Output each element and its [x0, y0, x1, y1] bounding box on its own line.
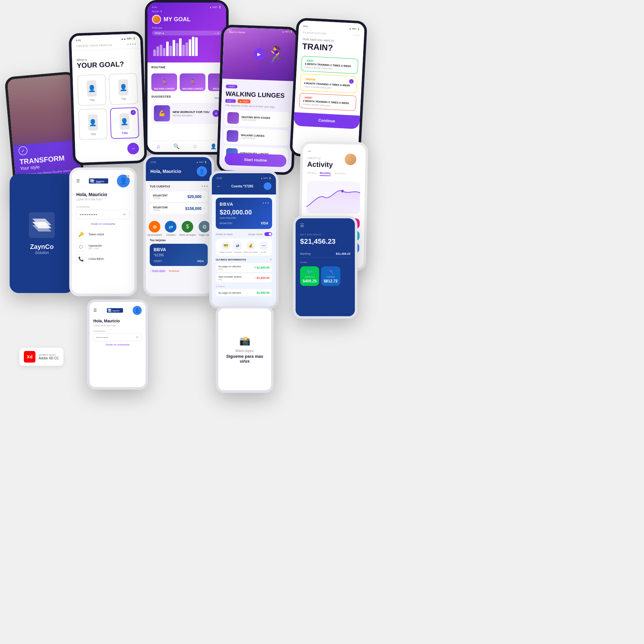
- movement-1[interactable]: Su pago en efectivo Hoy + $1,600.00: [216, 263, 272, 272]
- password-field[interactable]: •••••••••• 👁: [76, 210, 130, 219]
- eye-toggle-icon[interactable]: 👁: [123, 213, 126, 216]
- plan-option-hard[interactable]: HARD 2 MONTH TRAINING 5 TIMES A WEEK Fol…: [299, 93, 356, 111]
- withdraw-icon: 💰: [246, 241, 255, 250]
- weekly-tab[interactable]: Weekly: [307, 171, 317, 176]
- movement-3-row: Su pago en efectivo $1,600.00: [218, 291, 270, 294]
- plan-option-easy[interactable]: EASY 6 MONTH TRAINING 2 TIMES A WEEK Fol…: [301, 56, 358, 74]
- holiday-chip[interactable]: 🌂 HOLIDAY $812.72: [321, 266, 340, 286]
- netbal-screen: ☰ NET BALANCE $21,456.23 Banking $21,456…: [296, 218, 355, 316]
- menu-icon[interactable]: ☰: [300, 223, 350, 228]
- account-sub-2: *36264: [153, 209, 168, 211]
- card-title-4: Title: [122, 131, 128, 135]
- more-action[interactable]: ⋯ & más: [259, 241, 268, 253]
- phone-item[interactable]: 📞 Línea BBVA: [76, 254, 130, 263]
- goal-card-1[interactable]: 👤 Title: [77, 74, 106, 106]
- plan-option-medium[interactable]: MEDIUM ✓ 4 MONTH TRAINING 4 TIMES A WEEK…: [300, 73, 357, 93]
- movement-2[interactable]: Spei enviado azteca Hoy - $1,600.00: [216, 273, 272, 282]
- goals-section: Goals 🐦 LIFESTYLE $400.25 🌂 HOLIDAY $812…: [300, 261, 350, 286]
- cuenta-screen: 12:50 ▲ WiFi 🔋 ← Cuenta *37265 • • • BBV…: [212, 173, 276, 307]
- account-sub-1: *37265: [153, 197, 168, 199]
- qr-item[interactable]: ⬡ Operación QR - CoDi: [76, 242, 130, 251]
- back-button[interactable]: ‹ Back to Home: [227, 31, 245, 34]
- mov-filter[interactable]: ▼: [270, 258, 272, 261]
- weight-value: — |||: [214, 32, 219, 34]
- hamburger-icon[interactable]: ☰: [76, 179, 80, 183]
- more-action[interactable]: ⚙ Pagar más: [199, 221, 210, 236]
- phone-instagram: 📸 Maoo.lopez Sigueme para mas ui/ux: [216, 306, 274, 393]
- bar-13: [192, 37, 194, 56]
- start-routine-button[interactable]: Start routine: [224, 153, 287, 167]
- back-button[interactable]: ←: [216, 184, 221, 189]
- withdrawal-label: Retiro sin tarjeta: [179, 234, 196, 236]
- routine-card-2[interactable]: 🏃 WALKING LUNGES: [180, 73, 205, 91]
- pay-action[interactable]: 💳 Pagar servicio: [220, 241, 232, 253]
- continue-button[interactable]: Continue: [294, 112, 360, 129]
- home-nav-icon[interactable]: ⌂: [157, 144, 160, 149]
- eye-icon[interactable]: 👁: [136, 336, 139, 339]
- notification-dot: 1: [127, 175, 130, 178]
- token-label: Token móvil: [89, 233, 104, 236]
- bar-6: [169, 46, 172, 56]
- back-arrow[interactable]: ←: [308, 148, 361, 155]
- goal-card-2[interactable]: 👤 Title: [109, 73, 138, 105]
- bbva-balance-label: Saldo disponible: [220, 217, 268, 219]
- token-item[interactable]: 🔑 Token móvil: [76, 230, 130, 239]
- suggested-item[interactable]: 💪 NEW WORKOUT FOR YOU Workout descriptio…: [151, 103, 222, 124]
- goal-card-4[interactable]: ✓ 👤 Title: [110, 107, 139, 139]
- quick-actions-bar: 💳 Pagar servicio ⇄ Transferir 💰 Retiro s…: [216, 239, 272, 256]
- goal-card-3[interactable]: 👤 Title: [78, 108, 108, 140]
- avatar-row: MY GOAL: [152, 15, 222, 24]
- cuenta-title: Cuenta *37265: [231, 185, 253, 188]
- routine-card-1[interactable]: 🏃 WALKING LUNGES: [151, 73, 177, 91]
- transfer-action[interactable]: ⇄ Transferir: [233, 241, 242, 253]
- time: 12:50: [216, 177, 222, 180]
- goals-label: Goals: [300, 261, 350, 264]
- exercise-item-2[interactable]: WALKING LUNGES 3 Set 00:00:00: [224, 128, 289, 146]
- movement-1-info: Su pago en efectivo Hoy: [218, 265, 241, 270]
- xd-badge: Xd WORKS WITH Adobe XD CC: [19, 348, 63, 366]
- forgot-link[interactable]: Olvidé mi contraseña: [93, 343, 142, 346]
- lifestyle-chip[interactable]: 🐦 LIFESTYLE $400.25: [300, 266, 319, 286]
- holiday-chip-label: HOLIDAY: [327, 276, 335, 278]
- account-row-1[interactable]: 001ah7297 *37265 $20,000 ›: [150, 191, 208, 202]
- withdraw-action[interactable]: 💰 Retiro sin tarjeta: [244, 241, 258, 253]
- card-toggle[interactable]: [264, 232, 272, 236]
- accounts-dots[interactable]: • • •: [202, 184, 208, 189]
- search-nav-icon[interactable]: 🔍: [173, 143, 180, 149]
- status-bar: 9:41 ▲ WiFi 🔋: [303, 25, 360, 31]
- accounts-header: TUS CUENTAS • • •: [150, 184, 208, 189]
- account-row-2[interactable]: 001ah7246 *36264 $158,000 ›: [150, 203, 208, 214]
- movement-3[interactable]: Su pago en efectivo $1,600.00: [216, 289, 272, 296]
- check-icon: ✓: [18, 146, 28, 156]
- exercise-item-1[interactable]: HEATING WITH STAIRS 3 Set 00:00:00: [224, 110, 289, 128]
- phone-net-balance: ☰ NET BALANCE $21,456.23 Banking $21,456…: [293, 216, 357, 319]
- greeting-sub: ¿Que tal tu dia hoy?: [76, 198, 130, 201]
- small-password-dots: ••••••••: [96, 336, 109, 339]
- deactivate-link[interactable]: Desactivar: [169, 270, 179, 272]
- body-icon-1: 👤: [87, 80, 97, 97]
- xd-app-name: Adobe XD CC: [39, 356, 59, 360]
- monthly-tab[interactable]: Monthly: [320, 171, 331, 176]
- withdrawal-action[interactable]: $ Retiro sin tarjeta: [179, 221, 196, 236]
- next-fab-button[interactable]: →: [127, 143, 139, 155]
- profile-nav-icon[interactable]: 👤: [210, 143, 217, 149]
- accounts-title: TUS CUENTAS: [150, 185, 170, 188]
- banking-label: Banking: [300, 252, 311, 255]
- bbva-card: • • • BBVA $20,000.00 Saldo disponible 0…: [216, 198, 272, 229]
- time: 9:41: [76, 39, 81, 42]
- more-icon: ⋯: [259, 241, 268, 250]
- more-label: Pagar más: [199, 234, 210, 236]
- transfer-action[interactable]: ⇄ Transferir: [165, 221, 176, 236]
- dots-menu[interactable]: • • •: [353, 33, 360, 38]
- opportunities-action[interactable]: ⊕ Oportunidades: [147, 221, 162, 236]
- forgot-password-link[interactable]: Olvidé mi contraseña: [76, 223, 130, 225]
- workout-nav-icon[interactable]: ⊙: [193, 143, 197, 149]
- annually-tab[interactable]: Annually: [334, 172, 345, 176]
- card-dots-menu[interactable]: • • •: [263, 201, 269, 205]
- dots-menu[interactable]: • • • •: [127, 42, 136, 47]
- credit-card[interactable]: BBVA *62396 DEBIT VISA: [150, 244, 208, 266]
- account-num-1: 001ah7297: [153, 194, 168, 197]
- small-password-field[interactable]: •••••••• 👁: [93, 333, 142, 341]
- small-menu-icon[interactable]: ☰: [93, 308, 97, 313]
- lifestyle-icon: 🐦: [307, 269, 313, 275]
